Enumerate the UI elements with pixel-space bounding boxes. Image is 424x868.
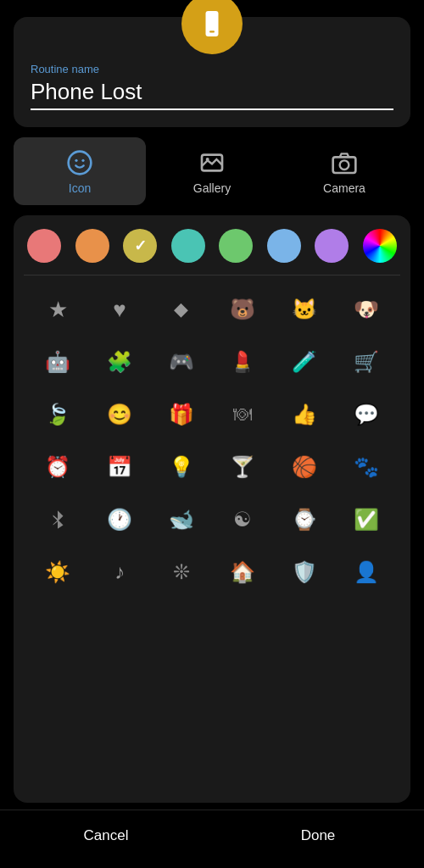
icon-network[interactable]: ❊ [150,550,212,594]
svg-point-2 [69,152,92,175]
icon-whale[interactable]: 🐋 [150,498,212,542]
top-section: Routine name [14,17,410,127]
tab-gallery-label: Gallery [193,181,231,195]
icon-gift[interactable]: 🎁 [150,392,212,437]
icon-heart[interactable]: ♥ [89,287,151,331]
icon-calendar[interactable]: 📅 [89,445,151,489]
icon-utensils[interactable]: 🍽 [212,392,274,437]
smiley-icon [66,149,93,176]
tab-icon[interactable]: Icon [14,137,146,205]
icon-robot[interactable]: 🤖 [27,340,89,384]
icon-cocktail[interactable]: 🍸 [212,445,274,489]
routine-name-input[interactable] [31,79,393,110]
color-teal[interactable] [171,229,205,263]
icon-shield[interactable]: 🛡️ [274,550,336,594]
icon-chat[interactable]: 💬 [335,392,397,437]
svg-rect-1 [209,31,215,32]
icon-home[interactable]: 🏠 [212,550,274,594]
color-purple[interactable] [315,229,349,263]
icon-clock[interactable]: 🕐 [89,498,151,542]
icon-smiley[interactable]: 😊 [89,392,151,437]
icon-sun[interactable]: ☀️ [27,550,89,594]
icon-bulb[interactable]: 💡 [150,445,212,489]
icon-bear[interactable]: 🐻 [212,287,274,331]
icon-picker-panel: ★ ♥ ◆ 🐻 🐱 🐶 🤖 🧩 🎮 💄 🧪 🛒 🍃 😊 🎁 🍽 👍 💬 ⏰ 📅 … [14,215,410,803]
color-orange[interactable] [75,229,109,263]
icon-music[interactable]: ♪ [89,550,151,594]
icon-cat[interactable]: 🐱 [274,287,336,331]
tab-icon-label: Icon [69,181,91,195]
icon-flask[interactable]: 🧪 [274,340,336,384]
color-yellow[interactable] [123,229,157,263]
tab-gallery[interactable]: Gallery [146,137,278,205]
phone-icon [197,8,227,39]
icons-grid: ★ ♥ ◆ 🐻 🐱 🐶 🤖 🧩 🎮 💄 🧪 🛒 🍃 😊 🎁 🍽 👍 💬 ⏰ 📅 … [24,287,400,594]
icon-alarm[interactable]: ⏰ [27,445,89,489]
icon-leaf[interactable]: 🍃 [27,392,89,437]
icon-gamepad[interactable]: 🎮 [150,340,212,384]
color-row [24,229,400,263]
icon-person[interactable]: 👤 [335,550,397,594]
color-blue[interactable] [267,229,301,263]
gallery-icon [198,149,226,176]
icon-diamond[interactable]: ◆ [150,287,212,331]
svg-point-4 [81,159,84,162]
routine-icon[interactable] [181,0,243,54]
icon-watch[interactable]: ⌚ [274,498,336,542]
routine-name-label: Routine name [31,63,99,75]
icon-yinyang[interactable]: ☯ [212,498,274,542]
icon-bluetooth[interactable] [27,498,89,542]
icon-puzzle[interactable]: 🧩 [89,340,151,384]
icon-star[interactable]: ★ [27,287,89,331]
svg-point-3 [75,159,77,162]
tabs-section: Icon Gallery Camera [14,137,410,205]
icon-paw[interactable]: 🐾 [335,445,397,489]
bottom-bar: Cancel Done [0,810,424,868]
tab-camera-label: Camera [323,181,365,195]
divider [24,275,400,275]
done-button[interactable]: Done [212,821,424,851]
color-rainbow[interactable] [363,229,397,263]
tab-camera[interactable]: Camera [278,137,410,205]
icon-lipstick[interactable]: 💄 [212,340,274,384]
camera-icon [331,149,358,176]
color-pink[interactable] [27,229,61,263]
color-green[interactable] [219,229,253,263]
svg-point-6 [206,158,209,161]
icon-cart[interactable]: 🛒 [335,340,397,384]
icon-check-circle[interactable]: ✅ [335,498,397,542]
icon-dog[interactable]: 🐶 [335,287,397,331]
icon-thumbsup[interactable]: 👍 [274,392,336,437]
svg-point-8 [340,160,349,170]
icon-basketball[interactable]: 🏀 [274,445,336,489]
cancel-button[interactable]: Cancel [0,821,212,851]
